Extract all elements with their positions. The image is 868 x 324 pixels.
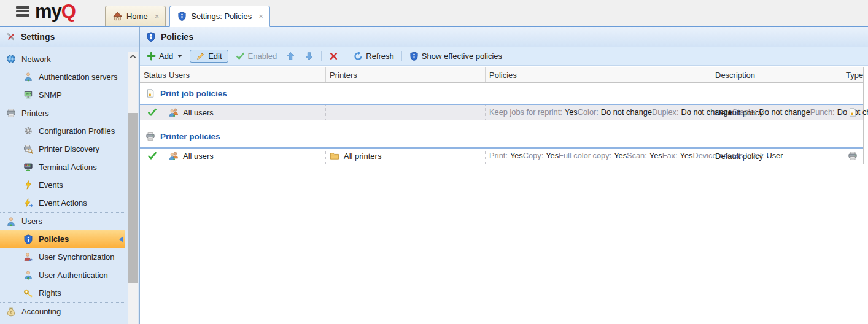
sidebar-item-printers[interactable]: Printers <box>0 104 125 122</box>
sidebar-title: Settings <box>21 32 55 42</box>
column-header-users[interactable]: Users <box>165 68 325 82</box>
sidebar-item-network[interactable]: Network <box>0 50 125 68</box>
tab-settings-policies-label: Settings: Policies <box>191 12 252 21</box>
shield-icon <box>23 234 33 244</box>
scrollbar-thumb[interactable] <box>128 113 138 283</box>
tab-home-close-icon[interactable]: × <box>155 12 160 21</box>
sidebar-item-user-authentication[interactable]: User Authentication <box>0 266 125 284</box>
policies-panel: Policies Add Edit Enabled <box>140 27 868 324</box>
sidebar-item-events[interactable]: Events <box>0 176 125 194</box>
monitor-icon <box>23 90 33 99</box>
sidebar-item-users[interactable]: Users <box>0 212 125 230</box>
plus-icon <box>147 52 156 61</box>
description-value: Default policy <box>715 152 763 161</box>
sidebar-item-label: Event Actions <box>39 198 87 207</box>
printers-value: All printers <box>344 152 381 161</box>
sidebar-item-label: Rights <box>39 288 61 298</box>
sidebar-item-label: Events <box>39 180 63 190</box>
chevron-down-icon <box>177 55 182 58</box>
users-cell: All users <box>165 148 325 163</box>
users-cell: All users <box>165 105 325 120</box>
edit-button[interactable]: Edit <box>190 50 228 63</box>
sidebar-item-rights[interactable]: Rights <box>0 284 125 302</box>
sidebar-item-authentication-servers[interactable]: Authentication servers <box>0 68 125 85</box>
enabled-button[interactable]: Enabled <box>234 50 279 62</box>
edit-button-label: Edit <box>208 52 222 61</box>
column-header-type[interactable]: Type <box>842 68 863 82</box>
table-row-print-job-default-policy[interactable]: All users Keep jobs for reprint:Yes Colo… <box>140 104 863 120</box>
description-cell: Default policy <box>711 148 842 163</box>
type-cell <box>842 148 863 163</box>
sidebar-item-label: Users <box>21 217 42 226</box>
sidebar-item-configuration-profiles[interactable]: Configuration Profiles <box>0 122 125 140</box>
scrollbar-up-arrow-icon[interactable] <box>128 52 138 62</box>
people-icon <box>169 107 179 117</box>
brand: myQ <box>0 2 87 25</box>
add-button-label: Add <box>159 52 173 61</box>
enabled-check-icon <box>147 151 157 161</box>
tab-settings-policies-close-icon[interactable]: × <box>258 12 263 21</box>
sidebar-item-label: SNMP <box>39 90 62 99</box>
table-row-printer-default-policy[interactable]: All users All printers Print:Yes Copy:Ye… <box>140 147 863 164</box>
gear-icon <box>23 126 33 136</box>
user-auth-icon <box>23 270 33 280</box>
table-header-row: Status Users Printers Policies Descripti… <box>140 67 863 83</box>
column-header-policies[interactable]: Policies <box>485 68 711 82</box>
policies-panel-header: Policies <box>140 27 868 47</box>
sidebar-scrollbar[interactable] <box>128 52 138 324</box>
printer-icon <box>848 151 858 161</box>
policies-table: Status Users Printers Policies Descripti… <box>140 67 864 164</box>
sidebar-item-accounting[interactable]: Accounting <box>0 302 125 320</box>
tab-settings-policies[interactable]: Settings: Policies × <box>169 6 270 27</box>
move-down-button[interactable] <box>303 50 316 62</box>
arrow-up-icon <box>286 52 295 61</box>
column-header-description[interactable]: Description <box>711 68 842 82</box>
add-button[interactable]: Add <box>145 50 184 62</box>
description-value: Default policy <box>715 108 763 117</box>
money-bag-icon <box>6 307 16 317</box>
toolbar-separator <box>346 51 346 61</box>
home-icon <box>113 12 122 21</box>
status-cell <box>140 148 165 163</box>
column-header-printers[interactable]: Printers <box>325 68 485 82</box>
check-icon <box>236 52 245 61</box>
show-effective-policies-label: Show effective policies <box>422 52 502 61</box>
sidebar-item-terminal-actions[interactable]: Terminal Actions <box>0 158 125 176</box>
printer-icon <box>145 131 155 141</box>
sidebar-item-label: Authentication servers <box>39 72 118 82</box>
sidebar-item-printer-discovery[interactable]: Printer Discovery <box>0 140 125 158</box>
policies-cell: Keep jobs for reprint:Yes Color:Do not c… <box>485 105 711 120</box>
user-icon <box>23 72 33 82</box>
show-effective-policies-button[interactable]: Show effective policies <box>408 50 504 62</box>
print-job-document-icon <box>848 107 858 117</box>
user-icon <box>6 217 16 226</box>
selected-item-marker <box>119 236 123 242</box>
sidebar-item-label: Configuration Profiles <box>39 126 115 136</box>
enabled-check-icon <box>147 107 157 117</box>
sidebar-item-label: Policies <box>39 234 69 244</box>
move-up-button[interactable] <box>284 50 297 62</box>
group-header-print-job-policies[interactable]: Print job policies <box>140 83 863 104</box>
group-header-printer-policies[interactable]: Printer policies <box>140 125 863 147</box>
refresh-button[interactable]: Refresh <box>352 50 396 62</box>
toolbar-separator <box>401 51 402 61</box>
sidebar-item-snmp[interactable]: SNMP <box>0 86 125 104</box>
sidebar-item-event-actions[interactable]: Event Actions <box>0 194 125 212</box>
column-header-status[interactable]: Status <box>140 68 165 82</box>
enabled-button-label: Enabled <box>248 52 277 61</box>
policies-toolbar: Add Edit Enabled <box>140 47 868 66</box>
sidebar-item-policies[interactable]: Policies <box>0 230 125 248</box>
policies-cell: Print:Yes Copy:Yes Full color copy:Yes S… <box>485 148 711 163</box>
people-icon <box>169 151 179 161</box>
folder-icon <box>330 151 339 161</box>
sidebar-item-label: User Synchronization <box>39 252 115 261</box>
refresh-icon <box>354 52 363 61</box>
tab-home[interactable]: Home × <box>105 6 166 26</box>
sidebar-item-user-synchronization[interactable]: User Synchronization <box>0 248 125 266</box>
printers-cell <box>325 105 485 120</box>
hamburger-menu-icon[interactable] <box>16 6 29 17</box>
pencil-icon <box>196 52 205 61</box>
sidebar-item-label: Terminal Actions <box>39 163 97 172</box>
delete-button[interactable] <box>327 50 340 62</box>
tools-icon <box>6 32 16 42</box>
